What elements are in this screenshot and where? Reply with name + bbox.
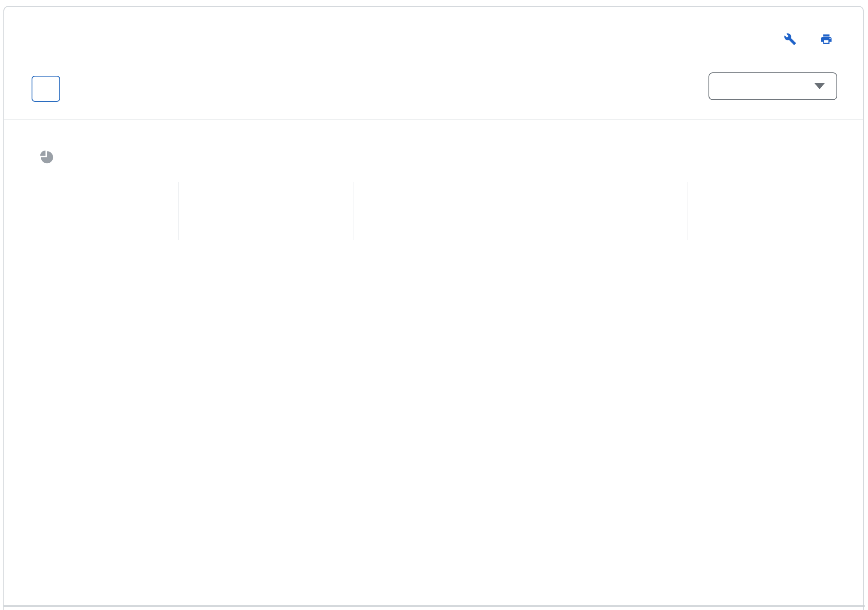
header-actions (784, 33, 838, 45)
printer-icon (820, 33, 833, 45)
pie-chart-icon (38, 149, 53, 167)
stat-likely-automated[interactable] (370, 181, 386, 196)
likely-human-legend-dot (537, 181, 546, 190)
header-divider (4, 119, 864, 119)
time-range-select[interactable] (708, 72, 837, 100)
stat-likely-human[interactable] (537, 181, 552, 196)
automated-legend-dot (202, 181, 211, 190)
verified-bot-legend-dot (703, 181, 712, 190)
section-bottom-divider (3, 605, 865, 607)
stat-automated[interactable] (202, 181, 217, 196)
stat-verified-bot[interactable] (703, 181, 719, 196)
stat-divider (354, 182, 354, 240)
add-filter-button[interactable] (32, 76, 60, 102)
stat-divider (178, 182, 179, 240)
likely-automated-legend-dot (370, 181, 380, 190)
wrench-icon (784, 33, 796, 45)
chevron-down-icon (815, 83, 825, 89)
section-title (32, 149, 53, 167)
configure-super-bot-fight-mode-link[interactable] (784, 33, 801, 45)
traffic-type-stats (0, 181, 868, 240)
stat-divider (521, 182, 521, 240)
print-report-link[interactable] (820, 33, 838, 45)
stat-divider (687, 182, 687, 240)
